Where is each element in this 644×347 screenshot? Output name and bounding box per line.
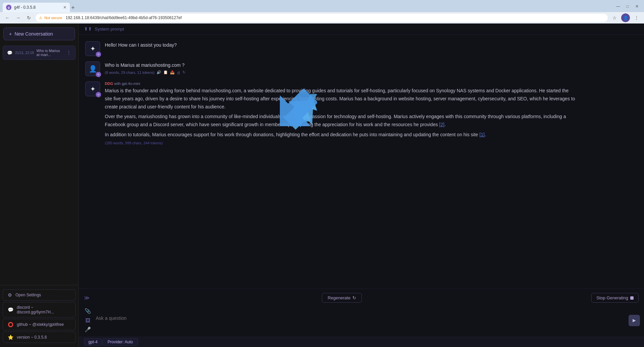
- model-label: gpt-4: [88, 340, 97, 344]
- security-text: Not secure: [44, 16, 62, 20]
- meta-icon-share[interactable]: 📤: [170, 70, 175, 75]
- message-row-ai-greeting: ✦ ↻ Hello! How can I assist you today?: [85, 41, 637, 56]
- version-icon: ⭐: [8, 335, 13, 340]
- meta-icon-copy[interactable]: 📋: [163, 70, 168, 75]
- back-button[interactable]: ←: [3, 14, 11, 22]
- tab-close-button[interactable]: ✕: [63, 5, 67, 10]
- avatar-badge-user: ↻: [96, 72, 101, 77]
- sidebar-item-settings[interactable]: ⚙ Open Settings: [3, 289, 76, 301]
- message-content-1: Hello! How can I assist you today?: [105, 41, 575, 49]
- browser-tabs: g g4f - 0.3.5.8 ✕ + ― □ ✕: [0, 0, 644, 12]
- user-avatar-icon: 👤: [89, 65, 97, 73]
- tab-favicon: g: [6, 5, 11, 10]
- stop-icon: [630, 296, 634, 300]
- stop-generating-button[interactable]: Stop Generating: [591, 293, 639, 303]
- browser-toolbar: ← → ↻ ⚠ Not secure 192.168.1.18:6439/cha…: [0, 12, 644, 23]
- settings-label: Open Settings: [15, 293, 41, 297]
- input-left-icons: 📎 🖼 🎤: [83, 306, 93, 335]
- collapse-button[interactable]: ≫: [81, 293, 92, 302]
- message-row-user: 👤 ↻ Who is Marius at mariushosting.com ?…: [85, 61, 637, 76]
- sidebar: + New Conversation 💬 21/11, 22:19 Who is…: [0, 23, 79, 347]
- stop-label: Stop Generating: [596, 295, 628, 300]
- ai-response-label: DDG with gpt-4o-mini: [105, 82, 575, 86]
- close-window-button[interactable]: ✕: [633, 2, 641, 11]
- refresh-button[interactable]: ↻: [25, 14, 33, 22]
- version-label: version ~ 0.3.5.8: [17, 335, 47, 340]
- regenerate-icon: ↻: [352, 295, 356, 300]
- ai-label-ddg: DDG: [105, 82, 113, 86]
- app-container: + New Conversation 💬 21/11, 22:19 Who is…: [0, 23, 644, 347]
- menu-button[interactable]: ⋮: [633, 14, 641, 22]
- system-prompt-icon: ⬆⬆: [84, 26, 92, 32]
- new-conversation-button[interactable]: + New Conversation: [3, 28, 75, 40]
- image-icon[interactable]: 🖼: [85, 317, 91, 324]
- message-content-user: Who is Marius at mariushosting.com ? (6 …: [105, 61, 575, 75]
- conversation-list: 💬 21/11, 22:19 Who is Marius at mari... …: [0, 44, 78, 285]
- system-prompt-label: System prompt: [95, 27, 124, 32]
- sidebar-item-github[interactable]: ⭕ github ~ @xtekky/gpt4free: [3, 319, 76, 330]
- message-text-1: Hello! How can I assist you today?: [105, 41, 575, 49]
- ai-avatar-icon-1: ✦: [90, 45, 96, 53]
- sidebar-item-discord[interactable]: 💬 discord ~ discord.gg/6yrm7H...: [3, 302, 76, 317]
- user-avatar: 👤 ↻: [85, 61, 100, 76]
- input-row: 📎 🖼 🎤 ►: [79, 304, 644, 337]
- forward-button[interactable]: →: [14, 14, 22, 22]
- conversation-more-icon[interactable]: ⋮: [67, 50, 71, 55]
- message-row-ai-response: ✦ ↻ DDG with gpt-4o-mini Marius is the f…: [85, 82, 637, 145]
- avatar-badge-2: ↻: [96, 92, 101, 97]
- ref-link-1[interactable]: [1]: [479, 132, 485, 137]
- maximize-button[interactable]: □: [623, 2, 632, 11]
- attach-icon[interactable]: 📎: [84, 307, 92, 315]
- active-tab[interactable]: g g4f - 0.3.5.8 ✕: [3, 3, 70, 12]
- model-selector[interactable]: gpt-4: [84, 338, 102, 346]
- meta-icon-speaker[interactable]: 🔊: [157, 70, 161, 75]
- ai-avatar-icon-2: ✦: [90, 85, 96, 93]
- ref-link-2[interactable]: [2]: [439, 122, 444, 127]
- browser-chrome: g g4f - 0.3.5.8 ✕ + ― □ ✕ ← → ↻ ⚠ Not se…: [0, 0, 644, 23]
- tab-title: g4f - 0.3.5.8: [14, 5, 36, 10]
- provider-label: Provider: Auto: [108, 340, 133, 344]
- new-conversation-label: New Conversation: [14, 31, 53, 37]
- conversation-item[interactable]: 💬 21/11, 22:19 Who is Marius at mari... …: [3, 46, 76, 60]
- send-button[interactable]: ►: [629, 315, 640, 326]
- profile-button[interactable]: 👤: [621, 13, 630, 22]
- minimize-button[interactable]: ―: [614, 2, 622, 11]
- discord-icon: 💬: [8, 307, 13, 312]
- ai-label-model-text: with gpt-4o-mini: [114, 82, 140, 86]
- user-message-meta: (6 words, 29 chars, 11 tokens) 🔊 📋 📤 🖨 ↻: [105, 70, 575, 75]
- microphone-icon[interactable]: 🎤: [84, 326, 92, 333]
- provider-selector[interactable]: Provider: Auto: [102, 338, 138, 346]
- meta-icon-print[interactable]: 🖨: [177, 70, 180, 75]
- bookmark-button[interactable]: ☆: [610, 14, 618, 22]
- ai-response-para-2: Over the years, mariushosting has grown …: [105, 113, 575, 129]
- message-content-ai-response: DDG with gpt-4o-mini Marius is the found…: [105, 82, 575, 145]
- user-message-text: Who is Marius at mariushosting.com ?: [105, 61, 575, 69]
- url-text: 192.168.1.18:6439/chat/6dd9ee61-49bd-4b5…: [66, 15, 182, 20]
- address-bar[interactable]: ⚠ Not secure 192.168.1.18:6439/chat/6dd9…: [36, 14, 608, 22]
- conversation-icon: 💬: [7, 50, 12, 55]
- meta-icon-refresh[interactable]: ↻: [182, 70, 185, 75]
- ai-response-para-1: Marius is the founder and driving force …: [105, 87, 575, 111]
- regenerate-label: Regenerate: [328, 295, 350, 300]
- ai-response-para-3: In addition to tutorials, Marius encoura…: [105, 131, 575, 139]
- new-tab-button[interactable]: +: [71, 4, 75, 11]
- avatar-badge-1: ↻: [96, 52, 101, 57]
- chat-input-area: ≫ Regenerate ↻ Stop Generating 📎 🖼 🎤: [79, 289, 644, 347]
- regenerate-button[interactable]: Regenerate ↻: [322, 293, 362, 303]
- user-message-stats: (6 words, 29 chars, 11 tokens): [105, 70, 155, 75]
- main-content: ⬆⬆ System prompt ✦ ↻ Hello! How can I as…: [79, 23, 644, 347]
- github-label: github ~ @xtekky/gpt4free: [17, 322, 64, 327]
- security-icon: ⚠: [39, 16, 42, 20]
- sidebar-bottom: ⚙ Open Settings 💬 discord ~ discord.gg/6…: [0, 285, 78, 347]
- github-icon: ⭕: [8, 322, 13, 327]
- message-input[interactable]: [96, 315, 626, 326]
- sidebar-item-version[interactable]: ⭐ version ~ 0.3.5.8: [3, 332, 76, 343]
- ai-avatar-2: ✦ ↻: [85, 82, 100, 96]
- word-count: (180 words, 999 chars, 244 tokens): [105, 141, 575, 145]
- status-bar: gpt-4 Provider: Auto: [79, 337, 644, 347]
- conversation-timestamp: 21/11, 22:19: [15, 51, 34, 55]
- system-prompt-bar[interactable]: ⬆⬆ System prompt: [79, 23, 644, 35]
- conversation-preview: Who is Marius at mari...: [37, 49, 64, 57]
- discord-label: discord ~ discord.gg/6yrm7H...: [17, 305, 71, 314]
- ai-response-body: Marius is the founder and driving force …: [105, 87, 575, 139]
